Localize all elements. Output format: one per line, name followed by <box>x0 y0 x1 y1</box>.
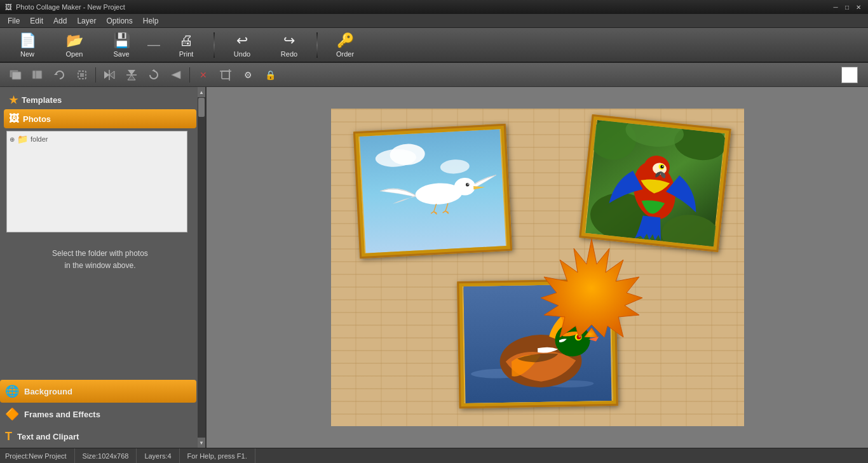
maximize-button[interactable]: □ <box>843 3 851 11</box>
sidebar-item-photos[interactable]: 🖼 Photos <box>4 109 196 128</box>
status-project: Project:New Project <box>5 448 75 463</box>
left-panel: ▲ ▼ ★ Templates 🖼 Photos ⊕ 📁 <box>0 87 207 448</box>
menu-layer[interactable]: Layer <box>72 15 101 27</box>
toolbar-separator-2 <box>316 32 318 58</box>
status-help: For Help, press F1. <box>180 448 255 463</box>
layers-label: Layers:4 <box>144 452 171 460</box>
minimize-button[interactable]: ─ <box>831 3 840 11</box>
settings-button[interactable]: ⚙ <box>238 65 258 84</box>
move-button[interactable] <box>72 65 92 84</box>
add-photo-icon <box>9 69 22 81</box>
new-button[interactable]: 📄 New <box>5 30 50 60</box>
svg-rect-10 <box>222 71 229 79</box>
flip-h-button[interactable] <box>99 65 119 84</box>
templates-label: Templates <box>22 95 62 105</box>
svg-marker-41 <box>541 239 642 337</box>
size-label: Size:1024x768 <box>83 452 129 460</box>
print-button[interactable]: 🖨 Print <box>164 30 208 60</box>
sec-separator-1 <box>95 67 96 83</box>
crop-icon <box>219 69 232 81</box>
frames-label: Frames and Effects <box>24 410 100 419</box>
parrot-image <box>585 120 726 246</box>
flip-up-button[interactable] <box>121 65 142 84</box>
print-icon: 🖨 <box>179 32 193 49</box>
scroll-thumb[interactable] <box>198 98 205 117</box>
status-size: Size:1024x768 <box>75 448 137 463</box>
print-label: Print <box>179 50 194 58</box>
menu-help[interactable]: Help <box>138 15 164 27</box>
redo-icon: ↪ <box>283 32 295 49</box>
flip-left-button[interactable] <box>166 65 186 84</box>
rotate-ccw-icon <box>53 69 66 81</box>
rotate-icon <box>147 69 160 81</box>
svg-marker-4 <box>54 73 58 75</box>
close-button[interactable]: ✕ <box>854 3 863 11</box>
scroll-bar[interactable]: ▲ ▼ <box>198 87 205 448</box>
undo-label: Undo <box>234 50 250 58</box>
toolbar-separator-1 <box>214 32 215 58</box>
scroll-track <box>198 97 205 438</box>
sidebar-item-templates[interactable]: ★ Templates <box>4 91 196 109</box>
photo-frame-2-inner <box>585 120 726 246</box>
crop-button[interactable] <box>215 65 236 84</box>
collage-canvas[interactable] <box>331 109 744 426</box>
redo-button[interactable]: ↪ Redo <box>267 30 311 60</box>
flip-h-icon <box>103 69 116 81</box>
move-icon <box>76 69 88 81</box>
background-icon: 🌐 <box>5 384 19 398</box>
photo-frame-1[interactable] <box>353 124 512 258</box>
add-button-2[interactable] <box>27 65 48 84</box>
scroll-down-arrow[interactable]: ▼ <box>198 438 205 448</box>
starburst-shape <box>541 236 642 337</box>
save-button[interactable]: 💾 Save <box>99 30 144 60</box>
star-icon: ★ <box>9 94 18 106</box>
title-bar: 🖼 Photo Collage Maker - New Project ─ □ … <box>0 0 868 14</box>
sec-separator-2 <box>189 67 190 83</box>
save-label: Save <box>113 50 129 58</box>
order-icon: 🔑 <box>337 32 354 49</box>
expand-icon: ⊕ <box>10 136 15 143</box>
sidebar-item-background[interactable]: 🌐 Background <box>0 380 196 403</box>
folder-browser[interactable]: ⊕ 📁 folder <box>6 131 187 232</box>
text-label: Text and Clipart <box>17 432 79 441</box>
lock-button[interactable]: 🔒 <box>260 65 280 84</box>
delete-button[interactable]: ✕ <box>193 65 214 84</box>
folder-icon: 📁 <box>17 134 28 144</box>
main-content: ▲ ▼ ★ Templates 🖼 Photos ⊕ 📁 <box>0 87 868 448</box>
photos-label: Photos <box>23 114 51 124</box>
menu-add[interactable]: Add <box>48 15 72 27</box>
app-icon: 🖼 <box>5 3 12 11</box>
title-bar-controls[interactable]: ─ □ ✕ <box>831 3 863 11</box>
undo-button[interactable]: ↩ Undo <box>220 30 264 60</box>
photo-frame-1-inner <box>358 129 506 253</box>
sidebar-bottom: 🌐 Background 🔶 Frames and Effects T Text… <box>0 380 205 448</box>
menu-edit[interactable]: Edit <box>25 15 48 27</box>
rotate-ccw-button[interactable] <box>50 65 70 84</box>
hint-content: Select the folder with photosin the wind… <box>52 249 148 270</box>
add-photo-button[interactable] <box>5 65 25 84</box>
svg-rect-1 <box>12 72 21 79</box>
status-bar: Project:New Project Size:1024x768 Layers… <box>0 448 868 463</box>
scroll-up-arrow[interactable]: ▲ <box>198 87 205 97</box>
save-icon: 💾 <box>113 32 130 49</box>
menu-file[interactable]: File <box>3 15 25 27</box>
folder-label: folder <box>31 135 48 143</box>
menu-options[interactable]: Options <box>101 15 137 27</box>
status-layers: Layers:4 <box>137 448 179 463</box>
sidebar-item-text[interactable]: T Text and Clipart <box>0 426 196 448</box>
seagull-image <box>358 129 506 253</box>
open-icon: 📂 <box>66 32 83 49</box>
svg-rect-6 <box>80 73 84 77</box>
photo-frame-2[interactable] <box>579 114 731 252</box>
open-button[interactable]: 📂 Open <box>52 30 97 60</box>
photos-icon: 🖼 <box>9 113 19 124</box>
folder-row[interactable]: ⊕ 📁 folder <box>10 134 184 144</box>
open-label: Open <box>66 50 83 58</box>
sidebar-item-frames[interactable]: 🔶 Frames and Effects <box>0 403 196 426</box>
redo-label: Redo <box>281 50 297 58</box>
svg-marker-9 <box>152 69 156 71</box>
title-bar-left: 🖼 Photo Collage Maker - New Project <box>5 3 125 11</box>
order-button[interactable]: 🔑 Order <box>323 30 367 60</box>
rotate-button[interactable] <box>144 65 164 84</box>
project-label: Project:New Project <box>5 452 67 460</box>
